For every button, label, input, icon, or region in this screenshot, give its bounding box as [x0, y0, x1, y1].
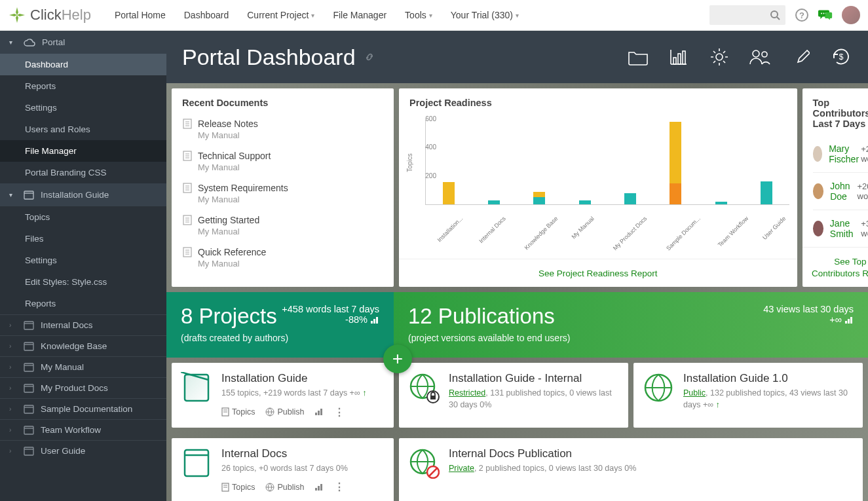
stats-action[interactable]	[314, 408, 324, 416]
chart-xlabel: Knowledge Base	[523, 215, 559, 251]
help-icon[interactable]: ?	[795, 8, 809, 22]
chart-bar	[430, 120, 467, 204]
sidebar-project-item[interactable]: ›My Product Docs	[0, 377, 166, 398]
sidebar-project-item[interactable]: ›My Manual	[0, 356, 166, 377]
chart-bar	[747, 120, 785, 204]
nav-trial[interactable]: Your Trial (330) ▾	[442, 1, 528, 29]
recent-doc-project: My Manual	[198, 130, 383, 140]
book-icon	[24, 447, 34, 456]
link-icon[interactable]	[364, 51, 375, 63]
sidebar-project-item[interactable]: ›User Guide	[0, 440, 166, 461]
sidebar-project-label: User Guide	[41, 446, 85, 456]
chevron-down-icon: ▾	[429, 12, 432, 19]
svg-point-28	[716, 54, 723, 60]
document-icon	[182, 183, 193, 193]
sidebar-project-item[interactable]: ›Sample Documentation	[0, 398, 166, 419]
svg-point-0	[771, 11, 778, 18]
projects-summary[interactable]: 8 Projects +458 words last 7 days -88% (…	[166, 292, 394, 358]
page-title: Portal Dashboard	[182, 45, 356, 70]
sidebar-item-topics[interactable]: Topics	[0, 206, 166, 228]
sidebar-project-item[interactable]: ›Knowledge Base	[0, 335, 166, 356]
recent-document-item[interactable]: Release NotesMy Manual	[178, 115, 387, 147]
topics-action[interactable]: Topics	[221, 483, 255, 492]
svg-rect-25	[673, 58, 676, 64]
sidebar-item-files[interactable]: Files	[0, 228, 166, 250]
contributor-item[interactable]: Mary Fischer+220 words	[813, 136, 868, 172]
svg-point-30	[762, 52, 767, 57]
user-avatar[interactable]	[842, 6, 860, 24]
publish-action[interactable]: Publish	[265, 407, 304, 417]
publication-card-ig-10[interactable]: Installation Guide 1.0 Public, 132 publi…	[633, 363, 863, 428]
billing-icon[interactable]: $	[830, 46, 852, 68]
sidebar-item-settings[interactable]: Settings	[0, 97, 166, 119]
svg-rect-80	[320, 484, 322, 491]
sidebar-project-label: Internal Docs	[41, 320, 93, 330]
chat-icon[interactable]	[818, 8, 833, 22]
book-icon	[24, 342, 34, 351]
logo[interactable]: ClickHelp	[8, 6, 91, 24]
brush-icon[interactable]	[789, 46, 812, 68]
nav-tools[interactable]: Tools ▾	[396, 1, 442, 29]
svg-rect-55	[845, 321, 847, 324]
sidebar-item-edit-styles[interactable]: Edit Styles: Style.css	[0, 271, 166, 293]
recent-document-item[interactable]: Technical SupportMy Manual	[178, 147, 387, 179]
contributor-item[interactable]: John Doe+202 words	[813, 172, 868, 210]
sidebar-project-item[interactable]: ›Team Workflow	[0, 419, 166, 440]
gear-icon[interactable]	[708, 46, 730, 68]
contrib-report-link[interactable]: See Top Contributors Report	[812, 257, 868, 278]
search-input[interactable]	[709, 5, 785, 25]
nav-file-manager[interactable]: File Manager	[324, 1, 396, 29]
sidebar-item-proj-settings[interactable]: Settings	[0, 250, 166, 271]
sidebar-item-branding-css[interactable]: Portal Branding CSS	[0, 162, 166, 183]
publish-action[interactable]: Publish	[265, 483, 304, 492]
chart-bar	[566, 120, 603, 204]
book-icon	[24, 321, 34, 330]
publication-card-ig-internal[interactable]: Installation Guide - Internal Restricted…	[399, 363, 628, 428]
stats-action[interactable]	[314, 483, 324, 491]
publications-summary[interactable]: 12 Publications 43 views last 30 days +∞…	[394, 292, 868, 358]
sidebar-section-portal[interactable]: ▾ Portal	[0, 31, 166, 54]
dashboard-tools: $	[627, 46, 852, 68]
readiness-report-link[interactable]: See Project Readiness Report	[538, 269, 658, 278]
sidebar-section-installation-guide[interactable]: ▾ Installation Guide	[0, 183, 166, 206]
recent-doc-title: Technical Support	[198, 151, 271, 161]
chart-xlabel: Internal Docs	[478, 215, 507, 245]
svg-rect-67	[320, 409, 322, 415]
topics-action[interactable]: Topics	[221, 407, 255, 417]
add-button[interactable]: +	[383, 344, 412, 373]
publication-card-internal-docs[interactable]: Internal Docs Publication Private, 2 pub…	[399, 438, 863, 502]
sidebar-item-reports[interactable]: Reports	[0, 75, 166, 97]
svg-rect-66	[318, 411, 320, 415]
sidebar-item-file-manager[interactable]: File Manager	[0, 140, 166, 162]
more-action[interactable]: ⋮	[334, 406, 345, 418]
recent-doc-title: Quick Reference	[198, 247, 266, 257]
chart-xlabel: Installation...	[436, 215, 464, 244]
recent-document-item[interactable]: Quick ReferenceMy Manual	[178, 243, 387, 275]
chevron-right-icon: ›	[9, 363, 17, 371]
project-card-installation-guide[interactable]: Installation Guide 155 topics, +219 word…	[172, 363, 394, 428]
nav-dashboard[interactable]: Dashboard	[175, 1, 238, 29]
chevron-down-icon: ▾	[9, 191, 17, 198]
logo-text-click: Click	[30, 7, 62, 24]
nav-current-project[interactable]: Current Project ▾	[238, 1, 324, 29]
recent-document-item[interactable]: Getting StartedMy Manual	[178, 211, 387, 243]
card-sub: Public, 132 published topics, 43 views l…	[683, 388, 854, 411]
recent-document-item[interactable]: System RequirementsMy Manual	[178, 179, 387, 211]
sidebar-item-users-roles[interactable]: Users and Roles	[0, 119, 166, 140]
project-card-internal-docs[interactable]: Internal Docs 26 topics, +0 words last 7…	[172, 438, 394, 502]
nav-portal-home[interactable]: Portal Home	[105, 1, 175, 29]
chart-xlabel: My Manual	[571, 215, 595, 240]
projects-sub: (drafts created by authors)	[181, 333, 379, 343]
more-action[interactable]: ⋮	[334, 481, 345, 493]
sidebar-item-dashboard[interactable]: Dashboard	[0, 54, 166, 75]
contributor-words: +34 words	[861, 219, 868, 238]
sidebar-item-proj-reports[interactable]: Reports	[0, 293, 166, 314]
pubs-stat2: +∞	[763, 314, 854, 325]
contributor-item[interactable]: Jane Smith+34 words	[813, 210, 868, 247]
users-icon[interactable]	[749, 46, 771, 68]
chevron-right-icon: ›	[9, 405, 17, 413]
folder-icon[interactable]	[627, 46, 649, 68]
sidebar-project-label: My Product Docs	[41, 383, 108, 393]
sidebar-project-item[interactable]: ›Internal Docs	[0, 314, 166, 335]
chart-icon[interactable]	[668, 46, 690, 68]
